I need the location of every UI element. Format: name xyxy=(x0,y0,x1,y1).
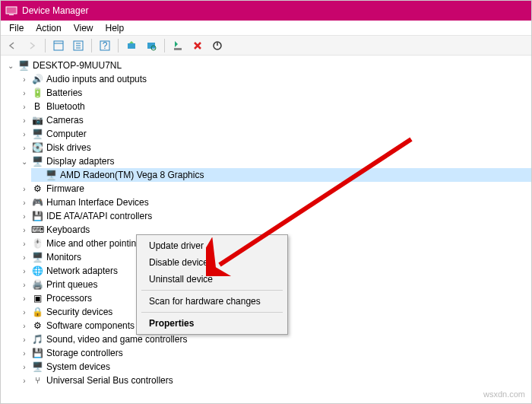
enable-icon xyxy=(173,40,183,51)
tree-category-hid[interactable]: ›🎮Human Interface Devices xyxy=(17,196,531,209)
ctx-separator xyxy=(141,312,283,313)
tree-root-node[interactable]: ⌄🖥️DESKTOP-9MUU7NL xyxy=(4,59,531,72)
expand-icon[interactable]: › xyxy=(19,129,30,139)
expand-icon[interactable]: › xyxy=(19,293,30,304)
update-icon xyxy=(126,40,137,51)
expand-icon[interactable]: › xyxy=(19,197,30,208)
enable-button[interactable] xyxy=(169,37,186,54)
disable-button[interactable] xyxy=(209,37,226,54)
category-label: Processors xyxy=(46,293,92,304)
expand-icon[interactable]: › xyxy=(19,238,30,249)
properties-icon xyxy=(73,40,84,51)
svg-rect-10 xyxy=(128,43,135,49)
toolbar-separator xyxy=(45,39,46,52)
menu-view[interactable]: View xyxy=(68,21,99,35)
tree-content[interactable]: ⌄🖥️DESKTOP-9MUU7NL›🔊Audio inputs and out… xyxy=(1,56,531,403)
toolbar: ? xyxy=(1,36,531,56)
context-menu: Update driver Disable device Uninstall d… xyxy=(136,234,288,335)
expand-icon[interactable]: › xyxy=(19,307,30,317)
category-label: IDE ATA/ATAPI controllers xyxy=(46,211,152,221)
ctx-separator xyxy=(141,290,283,291)
expand-icon[interactable]: › xyxy=(19,101,30,112)
category-label: Display adapters xyxy=(46,156,114,167)
category-label: Monitors xyxy=(46,252,81,262)
svg-rect-0 xyxy=(6,7,17,14)
show-hide-tree-button[interactable] xyxy=(50,37,67,54)
expand-icon[interactable]: › xyxy=(19,266,30,276)
uninstall-icon xyxy=(192,40,203,51)
tree-category-batteries[interactable]: ›🔋Batteries xyxy=(17,86,531,100)
expand-icon[interactable]: › xyxy=(19,279,30,290)
category-label: Security devices xyxy=(46,307,112,317)
device-manager-window: Device Manager File Action View Help ? ⌄… xyxy=(0,0,532,404)
back-icon xyxy=(7,40,17,51)
tree-category-diskdrives[interactable]: ›💽Disk drives xyxy=(17,141,531,154)
toolbar-separator xyxy=(91,39,92,52)
window-title: Device Manager xyxy=(22,5,88,16)
toolbar-separator xyxy=(118,39,119,52)
expand-icon[interactable]: › xyxy=(19,211,30,221)
svg-rect-1 xyxy=(9,14,14,15)
expand-icon[interactable]: › xyxy=(19,361,30,372)
expand-icon[interactable]: › xyxy=(19,375,30,386)
tree-icon xyxy=(53,40,64,51)
category-label: Network adapters xyxy=(46,266,118,276)
expand-icon[interactable]: › xyxy=(19,115,30,126)
help-icon: ? xyxy=(100,40,110,51)
expand-icon[interactable]: › xyxy=(19,74,30,84)
expand-icon[interactable]: › xyxy=(19,183,30,194)
ctx-uninstall-device[interactable]: Uninstall device xyxy=(138,271,286,288)
toolbar-separator xyxy=(164,39,165,52)
tree-category-usb[interactable]: ›⑂Universal Serial Bus controllers xyxy=(17,374,531,387)
ctx-properties[interactable]: Properties xyxy=(138,315,286,332)
expand-icon[interactable]: › xyxy=(19,224,30,235)
tree-category-audio[interactable]: ›🔊Audio inputs and outputs xyxy=(17,72,531,86)
expand-icon[interactable]: › xyxy=(19,142,30,153)
expand-icon[interactable]: › xyxy=(19,334,30,345)
expand-icon[interactable]: › xyxy=(19,320,30,331)
back-button[interactable] xyxy=(4,37,21,54)
forward-button[interactable] xyxy=(24,37,40,54)
category-label: Storage controllers xyxy=(46,348,123,358)
ctx-disable-device[interactable]: Disable device xyxy=(138,254,286,271)
category-label: Human Interface Devices xyxy=(46,197,149,208)
title-bar[interactable]: Device Manager xyxy=(1,1,531,21)
scan-icon xyxy=(146,40,157,51)
ctx-scan-hardware[interactable]: Scan for hardware changes xyxy=(138,293,286,310)
category-label: Cameras xyxy=(46,115,84,126)
category-label: Universal Serial Bus controllers xyxy=(46,375,173,386)
tree-category-computer[interactable]: ›🖥️Computer xyxy=(17,127,531,141)
category-label: Computer xyxy=(46,129,87,139)
update-driver-button[interactable] xyxy=(123,37,140,54)
scan-hardware-button[interactable] xyxy=(143,37,160,54)
tree-category-firmware[interactable]: ›⚙Firmware xyxy=(17,182,531,196)
category-label: Print queues xyxy=(46,279,97,290)
category-label: Disk drives xyxy=(46,142,91,153)
tree-category-cameras[interactable]: ›📷Cameras xyxy=(17,113,531,127)
category-label: Batteries xyxy=(46,87,82,98)
expand-icon[interactable]: › xyxy=(19,252,30,262)
properties-button[interactable] xyxy=(70,37,87,54)
category-label: Firmware xyxy=(46,183,84,194)
collapse-icon[interactable]: ⌄ xyxy=(5,60,16,71)
tree-category-system[interactable]: ›🖥️System devices xyxy=(17,360,531,374)
category-label: Sound, video and game controllers xyxy=(46,334,187,345)
expand-icon[interactable]: ⌄ xyxy=(19,156,30,167)
tree-category-storage[interactable]: ›💾Storage controllers xyxy=(17,346,531,360)
category-label: System devices xyxy=(46,361,110,372)
category-label: Software components xyxy=(46,320,135,331)
expand-icon[interactable]: › xyxy=(19,87,30,98)
ctx-update-driver[interactable]: Update driver xyxy=(138,237,286,254)
menu-action[interactable]: Action xyxy=(30,21,66,35)
help-button[interactable]: ? xyxy=(97,37,113,54)
tree-category-ide[interactable]: ›💾IDE ATA/ATAPI controllers xyxy=(17,209,531,223)
category-label: Audio inputs and outputs xyxy=(46,74,147,84)
tree-device-amdgpu[interactable]: 🖥️AMD Radeon(TM) Vega 8 Graphics xyxy=(31,168,531,182)
tree-category-bluetooth[interactable]: ›BBluetooth xyxy=(17,100,531,113)
menu-file[interactable]: File xyxy=(4,21,29,35)
expand-icon[interactable]: › xyxy=(19,348,30,358)
menu-help[interactable]: Help xyxy=(100,21,130,35)
tree-category-display[interactable]: ⌄🖥️Display adapters xyxy=(17,154,531,168)
uninstall-button[interactable] xyxy=(189,37,206,54)
watermark: wsxdn.com xyxy=(483,390,525,399)
